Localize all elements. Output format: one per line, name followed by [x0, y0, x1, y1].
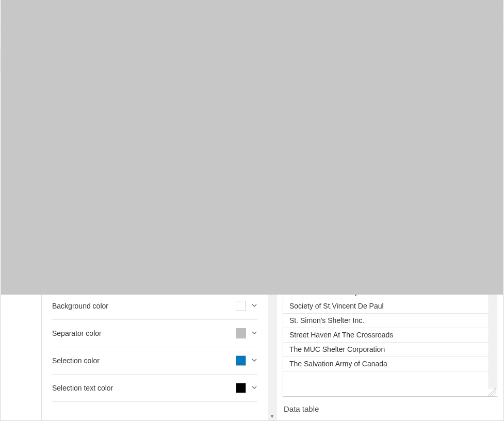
- scrollbar-thumb[interactable]: [283, 54, 497, 295]
- chevron-down-icon[interactable]: [251, 384, 257, 392]
- list-item[interactable]: The MUC Shelter Corporation: [283, 343, 489, 357]
- color-row: Background color: [52, 293, 257, 320]
- resize-handle-icon[interactable]: [489, 388, 496, 396]
- color-row: Selection text color: [52, 375, 257, 402]
- list-item[interactable]: Street Haven At The Crossroads: [283, 328, 489, 343]
- color-row: Selection color: [52, 347, 257, 375]
- color-swatch[interactable]: [236, 355, 246, 366]
- chevron-down-icon[interactable]: [251, 357, 257, 365]
- data-table-heading: Data table: [277, 397, 503, 420]
- color-swatch[interactable]: [236, 301, 246, 311]
- chevron-down-icon[interactable]: [251, 302, 257, 310]
- app-frame: List Data List General Actions List opti…: [0, 0, 504, 421]
- preview-scrollbar[interactable]: ▲ ▼: [489, 54, 497, 389]
- list-item[interactable]: The Salvation Army of Canada: [283, 357, 489, 371]
- color-row-label: Selection text color: [52, 384, 113, 392]
- color-row: Separator color: [52, 320, 257, 347]
- list-item[interactable]: Society of St.Vincent De Paul: [283, 299, 489, 314]
- color-row-label: Background color: [52, 302, 108, 310]
- color-row-label: Separator color: [52, 329, 102, 337]
- color-row-label: Selection color: [52, 357, 100, 365]
- color-swatch[interactable]: [236, 328, 246, 338]
- preview-column: Organization Christie Ossington Neighbou…: [276, 27, 503, 420]
- color-swatch[interactable]: [236, 383, 246, 393]
- chevron-down-icon[interactable]: [251, 329, 257, 337]
- preview-card: Organization Christie Ossington Neighbou…: [283, 32, 497, 397]
- main-layout: Data List General Actions List options A…: [1, 27, 503, 420]
- preview-resize-region: [283, 389, 497, 396]
- scroll-down-icon[interactable]: ▼: [268, 412, 276, 420]
- list-item[interactable]: St. Simon's Shelter Inc.: [283, 314, 489, 328]
